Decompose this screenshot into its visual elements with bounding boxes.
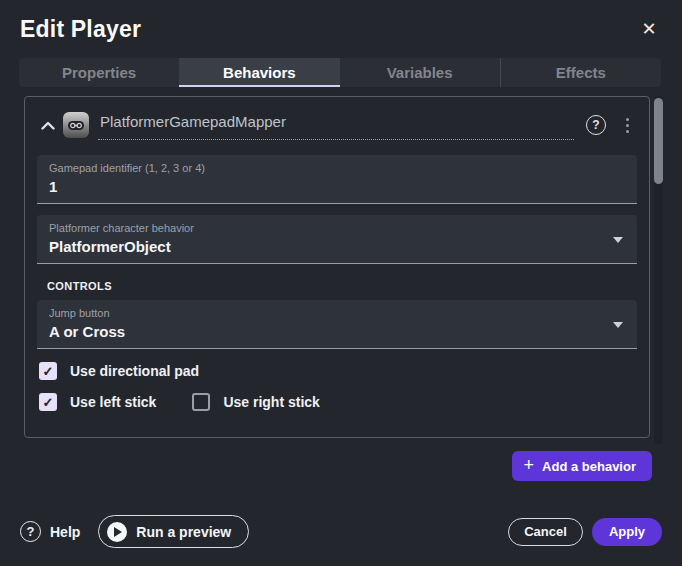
tab-variables[interactable]: Variables: [340, 58, 500, 87]
gamepad-identifier-field[interactable]: Gamepad identifier (1, 2, 3 or 4) 1: [37, 155, 637, 204]
behavior-help-icon[interactable]: ?: [586, 115, 606, 135]
chevron-down-icon: [613, 237, 623, 243]
use-left-stick-checkbox[interactable]: ✓: [39, 393, 57, 411]
checkbox-row-1: ✓ Use directional pad: [37, 362, 637, 380]
behavior-name-field[interactable]: PlatformerGamepadMapper: [98, 111, 574, 140]
dialog-footer: ? Help Run a preview Cancel Apply: [0, 515, 682, 548]
checkbox-row-2: ✓ Use left stick ✓ Use right stick: [37, 393, 637, 411]
chevron-down-icon: [613, 322, 623, 328]
gamepad-identifier-value: 1: [49, 178, 625, 195]
use-left-stick-label: Use left stick: [70, 394, 156, 410]
controls-section-label: CONTROLS: [47, 280, 637, 292]
help-label[interactable]: Help: [50, 524, 80, 540]
tab-effects[interactable]: Effects: [500, 58, 661, 87]
panel-scrollbar[interactable]: [654, 96, 663, 444]
checkmark-icon: ✓: [43, 396, 54, 409]
run-preview-label: Run a preview: [136, 524, 231, 540]
use-directional-pad-option: ✓ Use directional pad: [37, 362, 199, 380]
use-right-stick-label: Use right stick: [223, 394, 319, 410]
page-title: Edit Player: [20, 16, 662, 43]
use-directional-pad-checkbox[interactable]: ✓: [39, 362, 57, 380]
play-icon: [107, 522, 127, 542]
platformer-behavior-label: Platformer character behavior: [49, 222, 625, 234]
jump-button-label: Jump button: [49, 307, 625, 319]
gamepad-icon: [63, 112, 89, 138]
behavior-header: PlatformerGamepadMapper ?: [37, 109, 637, 141]
gamepad-identifier-label: Gamepad identifier (1, 2, 3 or 4): [49, 162, 625, 174]
platformer-behavior-select[interactable]: Platformer character behavior Platformer…: [37, 215, 637, 264]
checkmark-icon: ✓: [43, 365, 54, 378]
cancel-button[interactable]: Cancel: [508, 518, 583, 546]
add-behavior-button[interactable]: + Add a behavior: [512, 451, 652, 481]
platformer-behavior-value: PlatformerObject: [49, 238, 625, 255]
run-preview-button[interactable]: Run a preview: [98, 515, 249, 548]
collapse-chevron-up-icon[interactable]: [37, 114, 59, 136]
tab-bar: Properties Behaviors Variables Effects: [19, 58, 661, 87]
use-right-stick-checkbox[interactable]: ✓: [192, 393, 210, 411]
scrollbar-thumb[interactable]: [654, 98, 663, 184]
use-right-stick-option: ✓ Use right stick: [190, 393, 319, 411]
add-behavior-label: Add a behavior: [542, 459, 636, 474]
use-directional-pad-label: Use directional pad: [70, 363, 199, 379]
behavior-name: PlatformerGamepadMapper: [100, 113, 286, 130]
jump-button-value: A or Cross: [49, 323, 625, 340]
tab-behaviors[interactable]: Behaviors: [179, 58, 339, 87]
use-left-stick-option: ✓ Use left stick: [37, 393, 156, 411]
jump-button-select[interactable]: Jump button A or Cross: [37, 300, 637, 349]
behavior-panel: PlatformerGamepadMapper ? Gamepad identi…: [24, 96, 650, 438]
behavior-menu-kebab-icon[interactable]: [620, 114, 635, 137]
tab-properties[interactable]: Properties: [19, 58, 179, 87]
help-icon[interactable]: ?: [20, 521, 41, 542]
plus-icon: +: [524, 456, 535, 474]
add-behavior-row: + Add a behavior: [512, 451, 652, 481]
apply-button[interactable]: Apply: [592, 518, 662, 546]
dialog-header: Edit Player ✕: [0, 0, 682, 43]
close-icon[interactable]: ✕: [638, 18, 660, 40]
